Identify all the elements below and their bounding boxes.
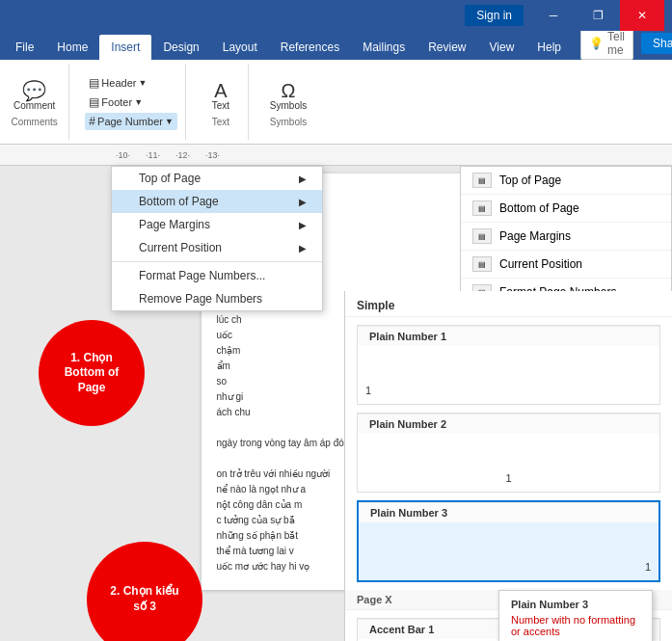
rp-current-position[interactable]: ▤ Current Position <box>461 251 671 279</box>
page-number-context-menu: Top of Page ▶ Bottom of Page ▶ Page Marg… <box>111 166 323 311</box>
ribbon-group-symbols: Ω Symbols Symbols <box>256 64 320 140</box>
menu-remove-page-numbers[interactable]: Remove Page Numbers <box>112 287 322 310</box>
header-button[interactable]: ▤ Header ▼ <box>85 74 176 92</box>
page-number-gallery: Simple Plain Number 1 1 Plain Number 2 1… <box>344 291 672 641</box>
gallery-item-plain-3[interactable]: Plain Number 3 1 <box>357 500 660 582</box>
footer-button[interactable]: ▤ Footer ▼ <box>85 93 176 111</box>
bottom-of-page-label: Bottom of Page <box>139 195 219 208</box>
tab-mailings[interactable]: Mailings <box>351 35 417 60</box>
page-number-dropdown-icon: ▼ <box>165 117 174 126</box>
page-margins-label: Page Margins <box>139 218 210 231</box>
plain-number-1-num: 1 <box>365 385 371 396</box>
ribbon-group-comments: 💬 Comment Comments <box>8 64 69 140</box>
ribbon-group-header-footer: ▤ Header ▼ ▤ Footer ▼ # Page Number ▼ <box>77 64 185 140</box>
right-panel-top: ▤ Top of Page ▤ Bottom of Page ▤ Page Ma… <box>460 166 672 307</box>
menu-page-margins[interactable]: Page Margins ▶ <box>112 213 322 236</box>
tab-design[interactable]: Design <box>151 35 210 60</box>
tab-references[interactable]: References <box>269 35 351 60</box>
menu-separator <box>112 261 322 262</box>
text-button[interactable]: A Text <box>202 77 240 115</box>
bottom-of-page-icon: ▤ <box>472 200 492 216</box>
rp-bottom-of-page-label: Bottom of Page <box>499 201 579 215</box>
tab-help[interactable]: Help <box>525 35 573 60</box>
gallery-simple-title: Simple <box>345 291 672 317</box>
comment-icon: 💬 <box>22 81 46 100</box>
tab-view[interactable]: View <box>478 35 526 60</box>
ruler-marks: ·10··11··12··13· <box>116 150 220 160</box>
plain-number-2-label: Plain Number 2 <box>358 414 659 434</box>
circle-1-text: 1. ChọnBottom ofPage <box>65 351 120 396</box>
main-area: êu ô như vậy làm sa chúng khả năng đọ Nh… <box>0 166 672 641</box>
ribbon-group-text: A Text Text <box>194 64 249 140</box>
rp-top-of-page[interactable]: ▤ Top of Page <box>461 167 671 195</box>
plain-number-3-preview: 1 <box>359 522 659 580</box>
header-footer-btns: ▤ Header ▼ ▤ Footer ▼ # Page Number ▼ <box>85 74 176 130</box>
top-of-page-icon: ▤ <box>472 173 492 188</box>
menu-bottom-of-page[interactable]: Bottom of Page ▶ <box>112 190 322 213</box>
header-dropdown-icon: ▼ <box>138 78 147 88</box>
footer-icon: ▤ <box>89 95 99 109</box>
arrow-icon-current: ▶ <box>299 243 307 254</box>
comment-button[interactable]: 💬 Comment <box>8 77 61 115</box>
header-icon: ▤ <box>89 76 99 90</box>
menu-top-of-page[interactable]: Top of Page ▶ <box>112 167 322 190</box>
menu-current-position[interactable]: Current Position ▶ <box>112 236 322 259</box>
circle-1: 1. ChọnBottom ofPage <box>39 320 145 426</box>
tab-file[interactable]: File <box>4 35 45 60</box>
page-number-button[interactable]: # Page Number ▼ <box>85 113 176 130</box>
plain-number-3-num: 1 <box>645 561 651 573</box>
minimize-button[interactable]: ─ <box>531 0 576 31</box>
format-page-numbers-label: Format Page Numbers... <box>139 269 265 282</box>
page-margins-icon: ▤ <box>472 228 492 244</box>
ribbon-tabs: File Home Insert Design Layout Reference… <box>0 31 672 60</box>
plain-number-2-preview: 1 <box>358 434 659 492</box>
tell-me-bar[interactable]: 💡 Tell me <box>580 27 633 60</box>
symbols-button[interactable]: Ω Symbols <box>264 77 312 115</box>
plain-number-1-preview: 1 <box>358 346 659 404</box>
ruler: ·10··11··12··13· <box>0 145 672 166</box>
tab-layout[interactable]: Layout <box>211 35 269 60</box>
tooltip-desc: Number with no formatting or accents <box>511 614 640 637</box>
restore-button[interactable]: ❐ <box>576 0 620 31</box>
plain-number-3-label: Plain Number 3 <box>359 502 659 522</box>
tooltip-title: Plain Number 3 <box>511 599 640 610</box>
current-position-icon: ▤ <box>472 256 492 272</box>
arrow-icon-margins: ▶ <box>299 220 307 230</box>
rp-current-position-label: Current Position <box>499 257 582 271</box>
tab-insert[interactable]: Insert <box>99 35 151 60</box>
arrow-icon-bottom: ▶ <box>299 197 307 207</box>
tell-me-text: Tell me <box>607 30 625 57</box>
top-of-page-label: Top of Page <box>139 172 201 185</box>
rp-page-margins[interactable]: ▤ Page Margins <box>461 223 671 251</box>
arrow-icon-top: ▶ <box>299 174 307 184</box>
page-number-icon: # <box>89 115 95 128</box>
plain-number-3-tooltip: Plain Number 3 Number with no formatting… <box>498 590 653 641</box>
gallery-item-plain-1[interactable]: Plain Number 1 1 <box>357 325 660 405</box>
gallery-item-plain-2[interactable]: Plain Number 2 1 <box>357 413 660 493</box>
sign-in-button[interactable]: Sign in <box>465 5 524 26</box>
footer-dropdown-icon: ▼ <box>134 97 143 107</box>
circle-2-text: 2. Chọn kiểusố 3 <box>110 584 178 614</box>
ribbon-content: 💬 Comment Comments ▤ Header ▼ ▤ Footer ▼… <box>0 60 672 145</box>
rp-top-of-page-label: Top of Page <box>499 174 561 187</box>
share-button[interactable]: Share <box>641 33 672 54</box>
close-button[interactable]: ✕ <box>620 0 664 31</box>
rp-page-margins-label: Page Margins <box>499 229 571 243</box>
text-icon: A <box>214 81 227 100</box>
title-bar: Sign in ─ ❐ ✕ <box>0 0 672 31</box>
menu-format-page-numbers[interactable]: Format Page Numbers... <box>112 264 322 287</box>
plain-number-1-label: Plain Number 1 <box>358 326 659 346</box>
symbols-icon: Ω <box>282 81 296 100</box>
tab-review[interactable]: Review <box>417 35 477 60</box>
tab-home[interactable]: Home <box>45 35 99 60</box>
rp-bottom-of-page[interactable]: ▤ Bottom of Page <box>461 195 671 223</box>
remove-page-numbers-label: Remove Page Numbers <box>139 292 262 306</box>
current-position-label: Current Position <box>139 241 222 254</box>
plain-number-2-num: 1 <box>505 472 511 484</box>
